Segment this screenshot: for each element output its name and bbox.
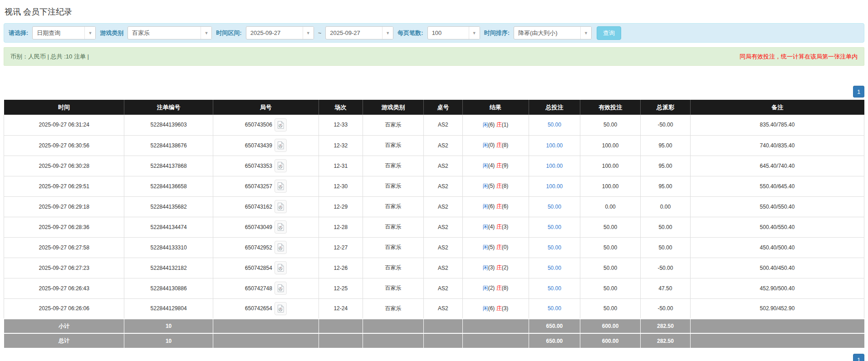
result-player-label: 闲 [483,142,488,148]
result-banker-count: (8) [502,285,509,291]
page-size-label: 每页笔数: [397,29,423,37]
cell-total-bet: 100.00 [529,135,580,156]
total-bet-link[interactable]: 100.00 [546,183,563,190]
file-video-icon [277,284,284,292]
cell-time: 2025-09-27 06:27:23 [4,258,124,278]
cell-payout: 95.00 [640,176,690,196]
video-record-button[interactable] [275,302,287,315]
cell-game-type: 百家乐 [363,258,424,278]
col-header-game-type: 游戏类别 [363,100,424,115]
round-id-text: 650743506 [245,122,272,128]
total-row-table [424,333,462,348]
cell-session: 12-26 [319,258,363,278]
round-id-text: 650742952 [245,244,272,251]
cell-time: 2025-09-27 06:31:24 [4,115,124,135]
cell-valid-bet: 50.00 [580,298,641,319]
cell-table: AS2 [424,135,462,156]
table-row: 2025-09-27 06:27:23522844132182650742854… [4,258,864,278]
total-bet-link[interactable]: 100.00 [546,142,563,149]
cell-payout: -50.00 [640,258,690,278]
video-record-button[interactable] [275,139,287,152]
total-bet-link[interactable]: 50.00 [548,244,561,251]
cell-note: 500.40/550.40 [690,217,864,237]
date-from-value: 2025-09-27 [246,27,303,39]
currency-total-text: 币别：人民币 | 总共 :10 注单 | [10,53,89,61]
total-bet-link[interactable]: 50.00 [548,204,561,210]
cell-valid-bet: 50.00 [580,115,641,135]
cell-session: 12-25 [319,278,363,298]
total-bet-link[interactable]: 50.00 [548,285,561,292]
video-record-button[interactable] [275,180,287,193]
result-banker-count: (2) [502,264,509,271]
cell-round-id: 650743162 [213,196,319,217]
cell-bet-id: 522844136658 [124,176,213,196]
cell-valid-bet: 50.00 [580,258,641,278]
page-1-button[interactable]: 1 [853,354,864,361]
video-record-button[interactable] [275,282,287,295]
cell-payout: 95.00 [640,135,690,156]
video-record-button[interactable] [275,241,287,254]
round-id-text: 650742654 [245,305,272,312]
page-size-select[interactable]: 100 ▼ [427,26,480,39]
date-from-select[interactable]: 2025-09-27 ▼ [246,26,314,39]
chevron-down-icon: ▼ [201,27,211,39]
result-banker-count: (3) [502,224,509,230]
total-bet-link[interactable]: 50.00 [548,224,561,230]
total-bet-link[interactable]: 50.00 [548,305,561,312]
cell-valid-bet: 50.00 [580,278,641,298]
total-row-session [319,333,363,348]
round-id-text: 650743439 [245,142,272,149]
search-button[interactable]: 查询 [597,26,621,40]
game-type-select[interactable]: 百家乐 ▼ [128,26,212,39]
cell-round-id: 650742952 [213,237,319,258]
filter-bar: 请选择: 日期查询 ▼ 游戏类别 百家乐 ▼ 时间区间: 2025-09-27 … [4,23,864,43]
sort-order-value: 降幂(由大到小) [514,27,580,39]
result-player-count: (3) [488,264,496,271]
subtotal-row-bet-id: 10 [124,319,213,333]
cell-time: 2025-09-27 06:30:56 [4,135,124,156]
cell-round-id: 650742654 [213,298,319,319]
col-header-total-bet: 总投注 [529,100,580,115]
table-row: 2025-09-27 06:30:28522844137868650743353… [4,156,864,176]
total-row-result [462,333,529,348]
file-video-icon [277,121,284,129]
table-header-row: 时间注单编号局号场次游戏类别桌号结果总投注有效投注总派彩备注 [4,100,864,115]
video-record-button[interactable] [275,200,287,213]
date-to-select[interactable]: 2025-09-27 ▼ [325,26,393,39]
cell-result: 闲(3) 庄(2) [462,258,529,278]
total-bet-link[interactable]: 100.00 [546,163,563,169]
cell-payout: 95.00 [640,156,690,176]
game-type-label: 游戏类别 [100,29,123,37]
cell-valid-bet: 100.00 [580,135,641,156]
video-record-button[interactable] [275,261,287,274]
cell-table: AS2 [424,258,462,278]
cell-session: 12-28 [319,217,363,237]
cell-total-bet: 100.00 [529,176,580,196]
cell-result: 闲(5) 庄(0) [462,237,529,258]
result-banker-count: (0) [502,244,509,250]
video-record-button[interactable] [275,159,287,172]
cell-result: 闲(6) 庄(3) [462,298,529,319]
result-player-label: 闲 [483,122,488,128]
page-1-button[interactable]: 1 [853,86,864,98]
result-banker-count: (8) [502,183,509,189]
video-record-button[interactable] [275,220,287,234]
sort-order-select[interactable]: 降幂(由大到小) ▼ [514,26,592,39]
total-bet-link[interactable]: 50.00 [548,122,561,128]
result-player-count: (6) [488,203,496,210]
col-header-note: 备注 [690,100,864,115]
cell-total-bet: 100.00 [529,156,580,176]
result-player-count: (6) [488,122,496,128]
query-type-select[interactable]: 日期查询 ▼ [32,26,96,39]
cell-result: 闲(6) 庄(6) [462,196,529,217]
video-record-button[interactable] [275,118,287,132]
result-player-count: (2) [488,285,496,291]
date-range-label: 时间区间: [216,29,241,37]
subtotal-row-round-id [213,319,319,333]
subtotal-row-valid-bet: 600.00 [580,319,641,333]
pagination-top: 1 [4,86,864,98]
total-row-valid-bet: 600.00 [580,333,641,348]
result-banker-count: (8) [502,142,509,148]
cell-result: 闲(6) 庄(1) [462,115,529,135]
total-bet-link[interactable]: 50.00 [548,265,561,271]
